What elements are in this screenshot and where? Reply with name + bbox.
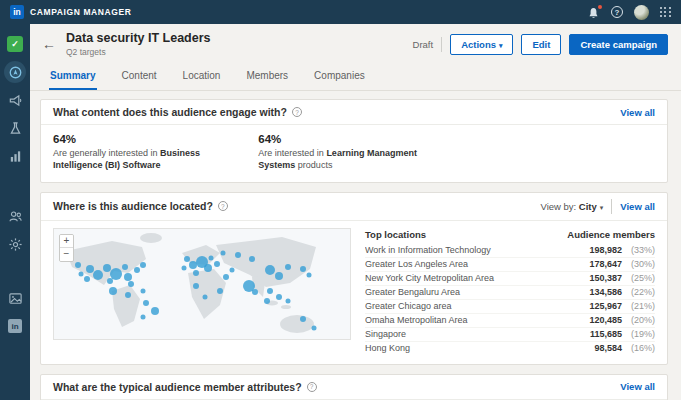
stat-item: 64% Are interested in Learning Managment… bbox=[258, 133, 449, 171]
people-icon bbox=[8, 209, 23, 224]
sidebar-item-advertise[interactable] bbox=[4, 89, 26, 111]
sidebar-item-settings[interactable] bbox=[4, 233, 26, 255]
map-bubble bbox=[78, 271, 83, 276]
linkedin-logo-icon[interactable]: in bbox=[10, 5, 24, 19]
notifications-bell-icon[interactable] bbox=[587, 6, 600, 19]
create-campaign-button[interactable]: Create campaign bbox=[569, 34, 668, 55]
info-icon[interactable]: ? bbox=[292, 107, 302, 117]
view-all-link[interactable]: View all bbox=[620, 107, 655, 118]
map-bubble bbox=[252, 289, 258, 295]
divider bbox=[611, 199, 612, 214]
map-bubble bbox=[267, 288, 273, 294]
table-row[interactable]: Greater Los Angeles Area 178,647 (30%) bbox=[365, 257, 655, 271]
sidebar-item-audiences[interactable] bbox=[4, 205, 26, 227]
stat-percentage: 64% bbox=[258, 133, 449, 145]
stat-description: Are generally interested in Business Int… bbox=[53, 148, 244, 171]
column-header-locations: Top locations bbox=[365, 229, 426, 240]
table-row[interactable]: New York City Metropolitan Area 150,387 … bbox=[365, 271, 655, 285]
zoom-in-button[interactable]: + bbox=[60, 235, 73, 248]
sidebar-item-account[interactable]: ✓ bbox=[4, 33, 26, 55]
tab-content[interactable]: Content bbox=[121, 66, 158, 90]
table-row[interactable]: Greater Chicago area 125,967 (21%) bbox=[365, 299, 655, 313]
map-bubble bbox=[229, 268, 234, 273]
map-bubble bbox=[107, 278, 113, 284]
map-bubble bbox=[93, 270, 103, 280]
info-icon[interactable]: ? bbox=[307, 382, 317, 392]
table-row[interactable]: Work in Information Technology 198,982 (… bbox=[365, 244, 655, 257]
back-arrow-icon[interactable]: ← bbox=[42, 37, 56, 51]
map-bubble bbox=[84, 276, 90, 282]
brand-title: CAMPAIGN MANAGER bbox=[30, 7, 132, 17]
map-bubble bbox=[151, 307, 159, 315]
tab-summary[interactable]: Summary bbox=[49, 66, 97, 90]
divider bbox=[441, 37, 442, 52]
map-bubble bbox=[264, 298, 270, 304]
map-bubble bbox=[208, 256, 213, 261]
sidebar-item-linkedin[interactable]: in bbox=[4, 315, 26, 337]
map-bubble bbox=[204, 264, 212, 272]
linkedin-in-icon: in bbox=[8, 319, 22, 333]
card-title: What are the typical audience member att… bbox=[53, 381, 302, 393]
map-bubble bbox=[217, 288, 223, 294]
table-row[interactable]: Hong Kong 98,584 (16%) bbox=[365, 341, 655, 355]
map-bubble bbox=[306, 272, 311, 277]
view-by-dropdown[interactable]: View by: City▾ bbox=[540, 201, 603, 212]
map-zoom-controls: + − bbox=[59, 234, 74, 262]
status-badge: Draft bbox=[413, 39, 434, 50]
map-bubble bbox=[109, 287, 117, 295]
sidebar-item-test[interactable] bbox=[4, 117, 26, 139]
sidebar-item-plan[interactable] bbox=[4, 61, 26, 83]
sidebar-item-assets[interactable] bbox=[4, 287, 26, 309]
chevron-down-icon: ▾ bbox=[600, 204, 604, 211]
card-title: What content does this audience engage w… bbox=[53, 106, 287, 118]
map-bubble bbox=[312, 325, 317, 330]
map-bubble bbox=[193, 283, 199, 289]
map-bubble bbox=[140, 262, 146, 268]
tab-location[interactable]: Location bbox=[182, 66, 222, 90]
map-bubble bbox=[75, 262, 81, 268]
map-bubble bbox=[140, 314, 145, 319]
user-avatar[interactable] bbox=[634, 5, 649, 20]
account-check-icon: ✓ bbox=[7, 36, 23, 52]
tab-members[interactable]: Members bbox=[245, 66, 289, 90]
map-bubble bbox=[275, 272, 283, 280]
map-bubble bbox=[128, 281, 134, 287]
map-bubble bbox=[140, 289, 145, 294]
edit-button[interactable]: Edit bbox=[521, 34, 561, 55]
page-title: Data security IT Leaders bbox=[66, 31, 211, 46]
info-icon[interactable]: ? bbox=[218, 201, 228, 211]
zoom-out-button[interactable]: − bbox=[60, 248, 73, 261]
world-map[interactable]: + − bbox=[53, 228, 351, 340]
table-row[interactable]: Omaha Metropolitan Area 120,485 (20%) bbox=[365, 313, 655, 327]
map-bubble bbox=[300, 316, 306, 322]
media-icon bbox=[8, 291, 23, 306]
card-title: Where is this audience located? bbox=[53, 200, 213, 212]
sidebar-item-analytics[interactable] bbox=[4, 145, 26, 167]
map-bubble bbox=[265, 265, 275, 275]
apps-grid-icon[interactable] bbox=[660, 7, 671, 18]
top-navbar: in CAMPAIGN MANAGER ? bbox=[0, 0, 681, 24]
view-all-link[interactable]: View all bbox=[620, 381, 655, 392]
map-bubble bbox=[276, 294, 282, 300]
map-bubble bbox=[134, 267, 140, 273]
left-sidebar: ✓ bbox=[0, 24, 30, 400]
map-bubble bbox=[223, 274, 229, 280]
gear-icon bbox=[8, 237, 23, 252]
flask-icon bbox=[8, 121, 23, 136]
actions-button[interactable]: Actions▾ bbox=[450, 34, 513, 55]
stat-item: 64% Are generally interested in Business… bbox=[53, 133, 244, 171]
help-icon[interactable]: ? bbox=[611, 6, 623, 18]
map-bubble bbox=[122, 264, 128, 270]
attributes-card: What are the typical audience member att… bbox=[40, 374, 668, 400]
page-subtitle: Q2 targets bbox=[66, 47, 211, 57]
map-bubble bbox=[285, 264, 291, 270]
map-bubble bbox=[220, 250, 225, 255]
view-all-link[interactable]: View all bbox=[620, 201, 655, 212]
map-bubble bbox=[193, 270, 199, 276]
table-row[interactable]: Greater Bengaluru Area 134,586 (22%) bbox=[365, 285, 655, 299]
bar-chart-icon bbox=[8, 149, 23, 164]
table-row[interactable]: Singapore 115,685 (19%) bbox=[365, 327, 655, 341]
tab-companies[interactable]: Companies bbox=[313, 66, 366, 90]
content-area: What content does this audience engage w… bbox=[30, 91, 681, 400]
map-bubble bbox=[202, 294, 207, 299]
